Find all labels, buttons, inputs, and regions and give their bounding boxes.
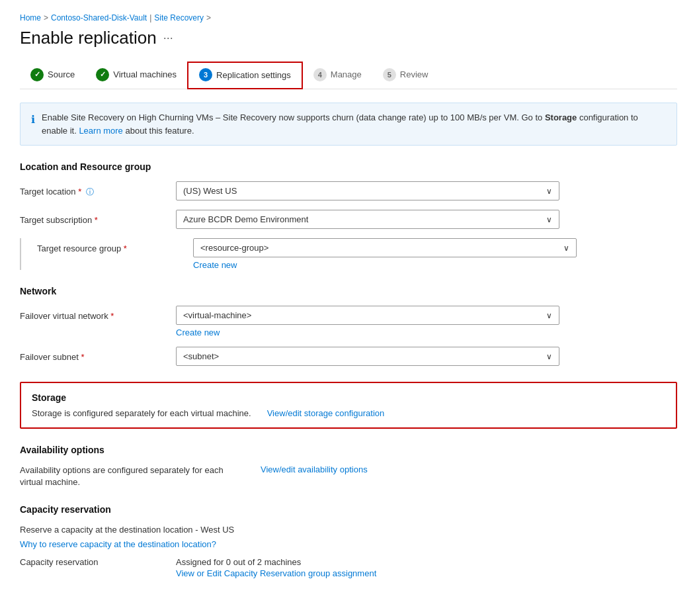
- step-review-label: Review: [400, 69, 429, 79]
- step-manage-label: Manage: [331, 69, 362, 79]
- target-resource-group-control: <resource-group> ∨ Create new: [193, 238, 677, 270]
- step-vm-circle: ✓: [96, 68, 109, 81]
- availability-section-title: Availability options: [20, 445, 677, 455]
- step-manage-circle: 4: [313, 68, 327, 81]
- chevron-down-icon: ∨: [546, 187, 552, 196]
- storage-section-title: Storage: [32, 392, 665, 403]
- learn-more-link[interactable]: Learn more: [79, 126, 122, 136]
- target-resource-group-value: <resource-group>: [200, 243, 268, 253]
- failover-vnet-value: <virtual-machine>: [183, 310, 251, 320]
- target-location-row: Target location * ⓘ (US) West US ∨: [20, 181, 677, 200]
- capacity-section: Capacity reservation Reserve a capacity …: [20, 504, 677, 578]
- info-banner-text: Enable Site Recovery on High Churning VM…: [42, 111, 666, 137]
- chevron-down-icon-2: ∨: [546, 215, 552, 224]
- view-edit-storage-link[interactable]: View/edit storage configuration: [267, 408, 385, 418]
- failover-vnet-row: Failover virtual network * <virtual-mach…: [20, 306, 677, 337]
- info-banner: ℹ Enable Site Recovery on High Churning …: [20, 103, 677, 146]
- storage-row: Storage is configured separately for eac…: [32, 408, 665, 418]
- failover-subnet-dropdown[interactable]: <subnet> ∨: [176, 347, 559, 366]
- step-source[interactable]: ✓ Source: [20, 63, 85, 88]
- step-replication-settings[interactable]: 3 Replication settings: [187, 62, 303, 89]
- target-resource-group-required: *: [124, 243, 127, 253]
- why-capacity-link[interactable]: Why to reserve capacity at the destinati…: [20, 539, 216, 549]
- capacity-section-title: Capacity reservation: [20, 504, 677, 515]
- failover-subnet-value: <subnet>: [183, 351, 219, 361]
- breadcrumb-home[interactable]: Home: [20, 13, 41, 22]
- failover-subnet-required: *: [81, 352, 85, 362]
- more-options-button[interactable]: ···: [163, 31, 173, 45]
- step-vm-label: Virtual machines: [113, 69, 177, 79]
- breadcrumb-sep3: >: [206, 13, 211, 22]
- target-location-control: (US) West US ∨: [176, 181, 677, 200]
- location-section: Location and Resource group Target locat…: [20, 161, 677, 270]
- view-edit-capacity-link[interactable]: View or Edit Capacity Reservation group …: [176, 568, 376, 578]
- target-resource-group-label: Target resource group *: [37, 238, 183, 253]
- resource-group-create-new[interactable]: Create new: [193, 260, 237, 270]
- capacity-assigned-text: Assigned for 0 out of 2 machines: [176, 557, 301, 567]
- storage-description: Storage is configured separately for eac…: [32, 408, 251, 418]
- target-location-info[interactable]: ⓘ: [86, 187, 94, 197]
- breadcrumb: Home > Contoso-Shared-Disk-Vault | Site …: [20, 13, 677, 22]
- capacity-label: Capacity reservation: [20, 557, 165, 567]
- step-manage[interactable]: 4 Manage: [303, 63, 372, 88]
- target-subscription-value: Azure BCDR Demo Environment: [183, 214, 308, 224]
- breadcrumb-recovery[interactable]: Site Recovery: [154, 13, 204, 22]
- chevron-down-icon-3: ∨: [563, 243, 569, 253]
- step-source-circle: ✓: [30, 68, 44, 81]
- network-section: Network Failover virtual network * <virt…: [20, 286, 677, 366]
- availability-section: Availability options Availability option…: [20, 445, 677, 488]
- network-section-title: Network: [20, 286, 677, 296]
- capacity-row: Capacity reservation Assigned for 0 out …: [20, 557, 677, 578]
- target-resource-group-dropdown[interactable]: <resource-group> ∨: [193, 238, 577, 257]
- target-subscription-label: Target subscription *: [20, 210, 165, 225]
- target-subscription-dropdown[interactable]: Azure BCDR Demo Environment ∨: [176, 210, 559, 229]
- failover-subnet-control: <subnet> ∨: [176, 347, 677, 366]
- page-title-container: Enable replication ···: [20, 28, 677, 48]
- failover-subnet-label: Failover subnet *: [20, 347, 165, 362]
- breadcrumb-vault[interactable]: Contoso-Shared-Disk-Vault: [51, 13, 147, 22]
- info-icon: ℹ: [31, 112, 35, 137]
- wizard-steps: ✓ Source ✓ Virtual machines 3 Replicatio…: [20, 62, 677, 89]
- target-subscription-control: Azure BCDR Demo Environment ∨: [176, 210, 677, 229]
- vnet-create-new[interactable]: Create new: [176, 328, 220, 337]
- failover-subnet-row: Failover subnet * <subnet> ∨: [20, 347, 677, 366]
- location-section-title: Location and Resource group: [20, 161, 677, 172]
- step-review[interactable]: 5 Review: [372, 63, 439, 88]
- failover-vnet-label: Failover virtual network *: [20, 306, 165, 321]
- page-title: Enable replication: [20, 28, 157, 48]
- capacity-value: Assigned for 0 out of 2 machines View or…: [176, 557, 376, 578]
- target-location-required: *: [78, 187, 81, 197]
- step-rep-label: Replication settings: [216, 70, 291, 80]
- target-location-label: Target location * ⓘ: [20, 181, 165, 198]
- target-location-dropdown[interactable]: (US) West US ∨: [176, 181, 559, 200]
- failover-vnet-required: *: [110, 311, 114, 321]
- step-rep-circle: 3: [199, 68, 212, 81]
- chevron-down-icon-5: ∨: [546, 352, 552, 361]
- target-subscription-required: *: [95, 215, 98, 225]
- capacity-description: Reserve a capacity at the destination lo…: [20, 524, 677, 536]
- step-source-label: Source: [48, 69, 75, 79]
- availability-row: Availability options are configured sepa…: [20, 464, 677, 488]
- target-resource-group-row: Target resource group * <resource-group>…: [20, 238, 677, 270]
- breadcrumb-sep2: |: [149, 13, 151, 22]
- view-edit-availability-link[interactable]: View/edit availability options: [261, 464, 368, 474]
- breadcrumb-sep1: >: [44, 13, 48, 22]
- chevron-down-icon-4: ∨: [546, 311, 552, 320]
- storage-section: Storage Storage is configured separately…: [20, 382, 677, 429]
- target-location-value: (US) West US: [183, 186, 237, 196]
- target-subscription-row: Target subscription * Azure BCDR Demo En…: [20, 210, 677, 229]
- availability-description: Availability options are configured sepa…: [20, 464, 245, 488]
- step-review-circle: 5: [383, 68, 396, 81]
- failover-vnet-control: <virtual-machine> ∨ Create new: [176, 306, 677, 337]
- failover-vnet-dropdown[interactable]: <virtual-machine> ∨: [176, 306, 559, 325]
- step-virtual-machines[interactable]: ✓ Virtual machines: [85, 63, 187, 88]
